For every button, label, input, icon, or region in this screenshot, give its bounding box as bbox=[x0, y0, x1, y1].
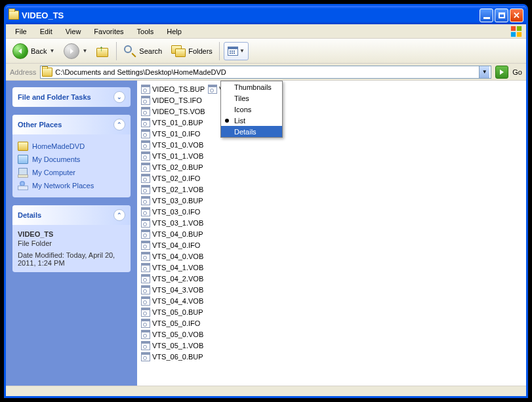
menu-favorites[interactable]: Favorites bbox=[89, 26, 129, 37]
file-item[interactable]: VIDEO_TS.IFO bbox=[140, 94, 207, 106]
view-option-tiles[interactable]: Tiles bbox=[221, 92, 282, 104]
menu-file[interactable]: File bbox=[10, 26, 32, 37]
file-icon bbox=[141, 241, 150, 250]
file-name: VTS_04_0.VOB bbox=[152, 252, 203, 260]
computer-icon bbox=[18, 168, 28, 177]
menu-help[interactable]: Help bbox=[161, 26, 187, 37]
forward-button[interactable]: ▼ bbox=[61, 42, 90, 60]
windows-logo-icon bbox=[510, 26, 522, 37]
menu-label: List bbox=[234, 117, 245, 125]
file-name: VTS_02_0.BUP bbox=[152, 163, 203, 171]
file-item[interactable]: VTS_04_3.VOB bbox=[140, 284, 207, 295]
folder-icon bbox=[18, 142, 28, 151]
file-item[interactable]: VTS_01_0.IFO bbox=[140, 128, 207, 139]
view-option-details[interactable]: Details bbox=[221, 126, 282, 137]
svg-rect-3 bbox=[517, 31, 522, 36]
file-item[interactable]: VTS_03_1.VOB bbox=[140, 217, 207, 228]
file-item[interactable]: VTS_05_0.BUP bbox=[140, 306, 207, 317]
minimize-button[interactable] bbox=[480, 9, 493, 22]
go-label: Go bbox=[512, 68, 522, 76]
file-item[interactable]: VTS_02_0.BUP bbox=[140, 161, 207, 172]
folders-label: Folders bbox=[188, 47, 213, 55]
folders-icon bbox=[171, 45, 186, 57]
file-icon bbox=[141, 196, 150, 205]
link-my-computer[interactable]: My Computer bbox=[18, 166, 125, 179]
file-name: VIDEO_TS.VOB bbox=[152, 108, 205, 115]
file-icon bbox=[141, 285, 150, 294]
file-icon bbox=[141, 140, 150, 150]
forward-icon bbox=[64, 43, 79, 59]
go-button[interactable] bbox=[495, 66, 508, 79]
file-item[interactable]: VTS_04_0.BUP bbox=[140, 228, 207, 239]
file-item[interactable]: VTS_05_0.IFO bbox=[140, 317, 207, 329]
menu-tools[interactable]: Tools bbox=[132, 26, 159, 37]
file-item[interactable]: VTS_05_1.VOB bbox=[140, 340, 207, 351]
svg-rect-0 bbox=[511, 26, 516, 30]
chevron-down-icon: ▼ bbox=[82, 48, 87, 54]
file-icon bbox=[141, 296, 150, 306]
folders-button[interactable]: Folders bbox=[169, 44, 215, 58]
maximize-button[interactable] bbox=[495, 9, 508, 22]
address-dropdown[interactable]: ▼ bbox=[479, 66, 489, 78]
file-icon bbox=[141, 207, 150, 216]
menu-edit[interactable]: Edit bbox=[35, 26, 58, 37]
file-icon bbox=[141, 319, 150, 328]
file-item[interactable]: VTS_02_1.VOB bbox=[140, 184, 207, 195]
titlebar[interactable]: VIDEO_TS ✕ bbox=[6, 6, 526, 24]
address-label: Address bbox=[10, 68, 36, 76]
file-item[interactable]: VTS_03_0.BUP bbox=[140, 195, 207, 206]
address-field[interactable]: C:\Documents and Settings\Desktop\HomeMa… bbox=[40, 66, 491, 79]
file-icon bbox=[141, 129, 150, 138]
expand-icon[interactable]: ⌄ bbox=[113, 91, 125, 103]
close-button[interactable]: ✕ bbox=[510, 9, 523, 22]
link-my-documents[interactable]: My Documents bbox=[18, 153, 125, 166]
file-name: VTS_01_0.IFO bbox=[152, 130, 200, 138]
link-homemade-dvd[interactable]: HomeMadeDVD bbox=[18, 140, 125, 153]
details-name: VIDEO_TS bbox=[18, 230, 125, 238]
file-name: VTS_01_0.VOB bbox=[152, 141, 203, 149]
collapse-icon[interactable]: ⌃ bbox=[113, 209, 125, 221]
file-item[interactable]: VTS_01_0.BUP bbox=[140, 117, 207, 128]
file-item[interactable]: VTS_06_0.BUP bbox=[140, 351, 207, 362]
view-option-thumbnails[interactable]: Thumbnails bbox=[221, 81, 282, 92]
file-icon bbox=[141, 252, 150, 261]
menu-label: Details bbox=[234, 128, 256, 136]
other-places-panel: Other Places ⌃ HomeMadeDVD My Documents … bbox=[12, 115, 131, 197]
file-item[interactable]: VTS_04_0.IFO bbox=[140, 239, 207, 251]
link-my-network[interactable]: My Network Places bbox=[18, 179, 125, 192]
file-icon bbox=[141, 352, 150, 361]
search-label: Search bbox=[139, 47, 162, 55]
menu-view[interactable]: View bbox=[60, 26, 87, 37]
file-icon bbox=[141, 218, 150, 228]
panel-header[interactable]: File and Folder Tasks ⌄ bbox=[12, 87, 131, 107]
up-button[interactable]: ↑ bbox=[94, 44, 112, 58]
file-name: VIDEO_TS.BUP bbox=[152, 85, 205, 93]
file-name: VTS_01_0.BUP bbox=[152, 119, 203, 127]
file-list[interactable]: VIDEO_TS.BUPVIDEO_TS.IFOVIDEO_TS.VOBVTS_… bbox=[137, 81, 526, 386]
file-item[interactable]: VTS_01_1.VOB bbox=[140, 150, 207, 161]
search-button[interactable]: Search bbox=[121, 43, 165, 59]
view-option-icons[interactable]: Icons bbox=[221, 104, 282, 115]
file-item[interactable]: VTS_04_4.VOB bbox=[140, 295, 207, 306]
views-button[interactable]: ▼ bbox=[224, 42, 249, 60]
panel-header[interactable]: Details ⌃ bbox=[12, 205, 131, 225]
file-item[interactable]: VTS_02_0.IFO bbox=[140, 172, 207, 184]
file-item[interactable]: VTS_05_0.VOB bbox=[140, 329, 207, 340]
view-option-list[interactable]: List bbox=[221, 115, 282, 126]
file-item[interactable]: VTS_01_0.VOB bbox=[140, 139, 207, 150]
collapse-icon[interactable]: ⌃ bbox=[113, 119, 125, 131]
panel-header[interactable]: Other Places ⌃ bbox=[12, 115, 131, 134]
menu-label: Thumbnails bbox=[234, 83, 272, 91]
file-icon bbox=[141, 185, 150, 194]
file-item[interactable]: VTS_04_0.VOB bbox=[140, 251, 207, 262]
file-item[interactable]: VTS_04_2.VOB bbox=[140, 273, 207, 284]
file-name: VTS_04_2.VOB bbox=[152, 275, 203, 283]
file-icon bbox=[141, 96, 150, 105]
file-name: VTS_04_3.VOB bbox=[152, 286, 203, 294]
separator bbox=[219, 42, 220, 60]
file-item[interactable]: VIDEO_TS.BUP bbox=[140, 83, 207, 94]
back-button[interactable]: Back ▼ bbox=[10, 42, 57, 60]
file-item[interactable]: VTS_04_1.VOB bbox=[140, 262, 207, 273]
file-item[interactable]: VTS_03_0.IFO bbox=[140, 206, 207, 217]
file-item[interactable]: VIDEO_TS.VOB bbox=[140, 106, 207, 117]
